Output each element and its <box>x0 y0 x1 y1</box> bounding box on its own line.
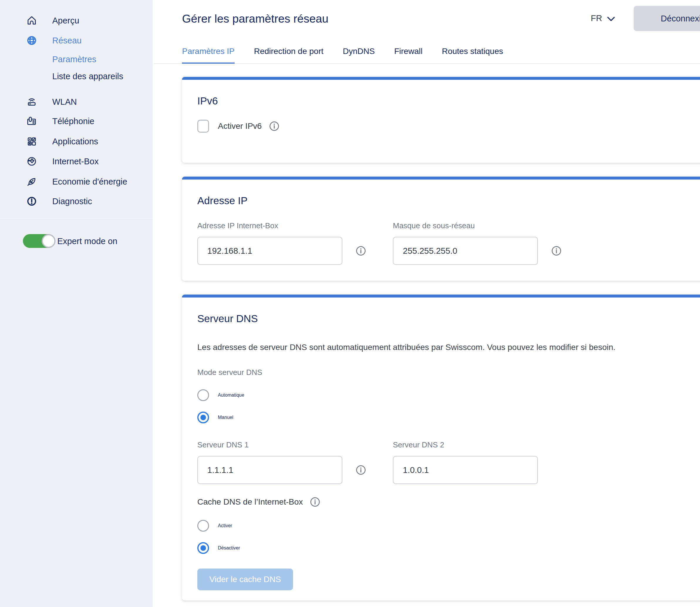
dns-cache-row: Cache DNS de l’Internet-Box <box>197 497 700 507</box>
sidebar-item-reseau[interactable]: Réseau <box>0 34 153 47</box>
globe-icon <box>25 34 38 47</box>
ipv6-card-title: IPv6 <box>197 80 700 107</box>
sidebar-item-internet-box[interactable]: Internet-Box <box>0 154 153 168</box>
radio-label: Automatique <box>218 393 244 398</box>
subnet-mask-input[interactable] <box>393 237 538 265</box>
language-code: FR <box>591 14 602 23</box>
ip-address-input[interactable] <box>197 237 342 265</box>
radio-label: Activer <box>218 523 232 528</box>
field-dns-server-1: Serveur DNS 1 <box>197 440 393 484</box>
internet-box-icon <box>25 155 38 168</box>
sidebar-item-apercu[interactable]: Aperçu <box>0 14 153 27</box>
sidebar-item-label: Internet-Box <box>52 157 99 166</box>
info-icon[interactable] <box>356 246 366 256</box>
info-icon[interactable] <box>552 246 561 256</box>
chevron-down-icon <box>607 17 615 22</box>
wifi-router-icon <box>25 95 38 108</box>
sidebar-item-diagnostic[interactable]: Diagnostic <box>0 194 153 208</box>
logout-button[interactable]: Déconnexion <box>634 6 700 31</box>
sidebar-subitem-liste-des-appareils[interactable]: Liste des appareils <box>0 69 153 83</box>
leaf-icon <box>25 175 38 188</box>
dns-server-1-input[interactable] <box>197 456 342 484</box>
alert-circle-icon <box>25 195 38 208</box>
sidebar-item-label: Aperçu <box>52 16 79 25</box>
dns-mode-manual-radio[interactable] <box>197 412 209 423</box>
sidebar-item-wlan[interactable]: WLAN <box>0 95 153 109</box>
dns-server-2-input[interactable] <box>393 456 538 484</box>
radio-label: Manuel <box>218 415 233 420</box>
sidebar-item-telephonie[interactable]: Téléphonie <box>0 114 153 128</box>
apps-grid-icon <box>25 135 38 148</box>
field-dns-server-2: Serveur DNS 2 <box>393 440 588 484</box>
info-icon[interactable] <box>269 121 279 131</box>
flush-dns-cache-button[interactable]: Vider le cache DNS <box>197 569 293 590</box>
dns-cache-disable-option: Désactiver <box>197 542 700 554</box>
sidebar: Aperçu Réseau Paramètres Liste des appar… <box>0 0 153 607</box>
sidebar-item-label: Diagnostic <box>52 196 92 206</box>
sidebar-item-label: Téléphonie <box>52 117 95 126</box>
dns-cache-enable-radio[interactable] <box>197 520 209 531</box>
toggle-knob <box>42 234 56 248</box>
dns-server-card: Serveur DNS Les adresses de serveur DNS … <box>182 295 700 601</box>
dns-mode-manual-option: Manuel <box>197 412 700 423</box>
sidebar-subitem-label: Liste des appareils <box>52 71 123 81</box>
tab-firewall[interactable]: Firewall <box>394 47 422 64</box>
ipv6-enable-row: Activer IPv6 <box>197 120 700 132</box>
language-selector[interactable]: FR <box>591 14 602 25</box>
router-admin-page: Aperçu Réseau Paramètres Liste des appar… <box>0 0 700 607</box>
tab-redirection-de-port[interactable]: Redirection de port <box>254 47 324 64</box>
dns-mode-automatic-radio[interactable] <box>197 389 209 401</box>
tab-bar: Paramètres IP Redirection de port DynDNS… <box>154 44 700 64</box>
info-icon[interactable] <box>310 497 320 507</box>
expert-mode-toggle[interactable] <box>23 234 55 248</box>
ip-address-card: Adresse IP Adresse IP Internet-Box <box>182 176 700 281</box>
sidebar-item-label: WLAN <box>52 97 77 107</box>
expert-mode-row: Expert mode on <box>0 234 153 248</box>
field-label: Masque de sous-réseau <box>393 221 588 230</box>
home-icon <box>25 14 38 27</box>
main-content: Gérer les paramètres réseau FR Déconnexi… <box>153 0 700 607</box>
field-subnet-mask: Masque de sous-réseau <box>393 221 588 265</box>
dns-cache-disable-radio[interactable] <box>197 542 209 554</box>
expert-mode-label: Expert mode on <box>57 236 117 246</box>
dns-card-title: Serveur DNS <box>197 297 700 325</box>
sidebar-item-label: Applications <box>52 137 98 146</box>
ip-card-title: Adresse IP <box>197 180 700 207</box>
field-label: Adresse IP Internet-Box <box>197 221 393 230</box>
ipv6-card: IPv6 Activer IPv6 <box>182 77 700 163</box>
info-icon[interactable] <box>356 465 366 475</box>
field-ip-address: Adresse IP Internet-Box <box>197 221 393 265</box>
ipv6-enable-checkbox[interactable] <box>197 120 209 132</box>
field-label: Serveur DNS 1 <box>197 440 393 449</box>
sidebar-item-label: Economie d'énergie <box>52 177 127 187</box>
sidebar-subitem-parametres[interactable]: Paramètres <box>0 52 153 66</box>
field-label: Serveur DNS 2 <box>393 440 588 449</box>
sidebar-item-economie-denergie[interactable]: Economie d'énergie <box>0 174 153 189</box>
dns-cache-enable-option: Activer <box>197 520 700 531</box>
dns-cache-label: Cache DNS de l’Internet-Box <box>197 497 303 507</box>
sidebar-item-label: Réseau <box>52 36 82 45</box>
dns-mode-automatic-option: Automatique <box>197 389 700 401</box>
dns-description: Les adresses de serveur DNS sont automat… <box>197 343 700 352</box>
sidebar-divider <box>0 219 153 220</box>
tab-parametres-ip[interactable]: Paramètres IP <box>182 47 235 64</box>
tab-dyndns[interactable]: DynDNS <box>343 47 375 64</box>
ipv6-enable-label: Activer IPv6 <box>218 122 262 131</box>
page-title: Gérer les paramètres réseau <box>182 12 328 25</box>
dns-mode-label: Mode serveur DNS <box>197 368 700 377</box>
radio-label: Désactiver <box>218 545 240 551</box>
sidebar-item-applications[interactable]: Applications <box>0 134 153 148</box>
phone-book-icon <box>25 115 38 128</box>
tab-routes-statiques[interactable]: Routes statiques <box>442 47 503 64</box>
sidebar-subitem-label: Paramètres <box>52 55 96 64</box>
